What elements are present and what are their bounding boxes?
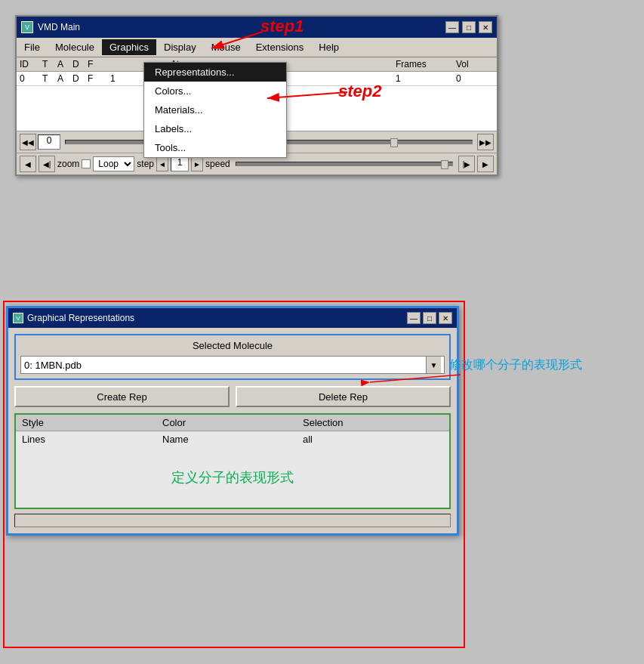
- row-d: D: [72, 73, 88, 84]
- step-input[interactable]: 1: [171, 156, 189, 171]
- molecule-dropdown-value: 0: 1MBN.pdb: [24, 360, 426, 371]
- dropdown-labels[interactable]: Labels...: [144, 119, 286, 138]
- menu-help[interactable]: Help: [311, 39, 347, 55]
- molecule-dropdown[interactable]: 0: 1MBN.pdb ▼: [20, 356, 445, 374]
- zoom-checkbox[interactable]: [82, 159, 91, 168]
- create-rep-button[interactable]: Create Rep: [14, 386, 230, 407]
- dropdown-tools[interactable]: Tools...: [144, 138, 286, 157]
- frame-input[interactable]: 0: [38, 134, 60, 150]
- menu-file[interactable]: File: [17, 39, 48, 55]
- zoom-label: zoom: [57, 159, 79, 169]
- title-bar-buttons: — □ ✕: [445, 21, 492, 33]
- speed-label: speed: [205, 159, 230, 169]
- app-icon: V: [21, 21, 33, 33]
- rep-row-style: Lines: [22, 434, 162, 445]
- menu-mouse[interactable]: Mouse: [204, 39, 248, 55]
- delete-rep-button[interactable]: Delete Rep: [236, 386, 451, 407]
- rep-table-header: Style Color Selection: [16, 415, 449, 431]
- graphical-rep-minimize[interactable]: —: [407, 312, 421, 324]
- graphical-rep-title-bar: V Graphical Representations — □ ✕: [8, 308, 457, 328]
- title-bar: V VMD Main — □ ✕: [17, 17, 497, 38]
- molecule-dropdown-arrow[interactable]: ▼: [426, 357, 441, 373]
- graphical-representations-window: V Graphical Representations — □ ✕ Select…: [6, 306, 459, 536]
- play-end-button[interactable]: ▶▶: [477, 134, 494, 150]
- col-vol: Vol: [456, 59, 494, 69]
- play-next-frame-button[interactable]: |▶: [458, 156, 475, 172]
- speed-slider-thumb: [441, 160, 448, 169]
- step-label: step: [137, 159, 154, 169]
- close-button[interactable]: ✕: [479, 21, 492, 33]
- col-f: F: [88, 59, 110, 69]
- step-back-button[interactable]: ◄: [156, 156, 168, 171]
- menu-graphics[interactable]: Graphics: [102, 39, 156, 55]
- graphical-rep-body: Selected Molecule 0: 1MBN.pdb ▼ Create R…: [8, 328, 457, 533]
- play-prev-button[interactable]: ◀: [20, 156, 36, 172]
- row-frames: 1: [396, 73, 456, 84]
- rep-buttons: Create Rep Delete Rep: [14, 386, 451, 407]
- selected-molecule-section: Selected Molecule 0: 1MBN.pdb ▼: [14, 334, 451, 380]
- col-a: A: [57, 59, 72, 69]
- col-t: T: [42, 59, 57, 69]
- play-start-button[interactable]: ◀◀: [20, 134, 36, 150]
- rep-row-selection: all: [303, 434, 443, 445]
- rep-table-row[interactable]: Lines Name all: [16, 431, 449, 447]
- frame-slider-thumb[interactable]: [390, 138, 398, 147]
- graphical-rep-icon: V: [13, 313, 23, 323]
- rep-col-color: Color: [162, 417, 303, 428]
- window-title: VMD Main: [38, 22, 445, 32]
- menu-bar: File Molecule Graphics Display Mouse Ext…: [17, 38, 497, 57]
- menu-extensions[interactable]: Extensions: [248, 39, 312, 55]
- graphical-rep-title-buttons: — □ ✕: [407, 312, 452, 324]
- col-d: D: [72, 59, 88, 69]
- dropdown-materials[interactable]: Materials...: [144, 100, 286, 119]
- rep-table-empty: 定义分子的表现形式: [16, 447, 449, 508]
- row-id: 0: [20, 73, 42, 84]
- rep-table: Style Color Selection Lines Name all 定义分…: [14, 413, 451, 509]
- minimize-button[interactable]: —: [445, 21, 459, 33]
- graphical-rep-title-text: Graphical Representations: [27, 313, 407, 323]
- rep-row-color: Name: [162, 434, 303, 445]
- loop-select[interactable]: Loop Once Rock: [93, 156, 134, 171]
- col-id: ID: [20, 59, 42, 69]
- rep-col-selection: Selection: [303, 417, 443, 428]
- dropdown-colors[interactable]: Colors...: [144, 82, 286, 100]
- maximize-button[interactable]: □: [462, 21, 476, 33]
- selected-molecule-label: Selected Molecule: [20, 340, 445, 351]
- graphics-dropdown-menu: Representations... Colors... Materials..…: [143, 62, 287, 158]
- step-fwd-button[interactable]: ►: [191, 156, 203, 171]
- row-f: F: [88, 73, 110, 84]
- play-next-button[interactable]: ▶: [477, 156, 494, 172]
- play-prev-frame-button[interactable]: ◀|: [39, 156, 55, 172]
- row-t: T: [42, 73, 57, 84]
- col-frames: Frames: [396, 59, 456, 69]
- menu-display[interactable]: Display: [156, 39, 204, 55]
- chinese-molecule-annotation: 修改哪个分子的表现形式: [449, 357, 585, 373]
- rep-bottom-bar: [14, 514, 451, 527]
- chinese-define-label: 定义分子的表现形式: [171, 468, 294, 486]
- graphical-rep-close[interactable]: ✕: [439, 312, 452, 324]
- row-a: A: [57, 73, 72, 84]
- dropdown-representations[interactable]: Representations...: [144, 63, 286, 82]
- graphical-rep-maximize[interactable]: □: [423, 312, 436, 324]
- speed-slider[interactable]: [236, 162, 453, 166]
- rep-col-style: Style: [22, 417, 162, 428]
- menu-molecule[interactable]: Molecule: [48, 39, 102, 55]
- row-vol: 0: [456, 73, 494, 84]
